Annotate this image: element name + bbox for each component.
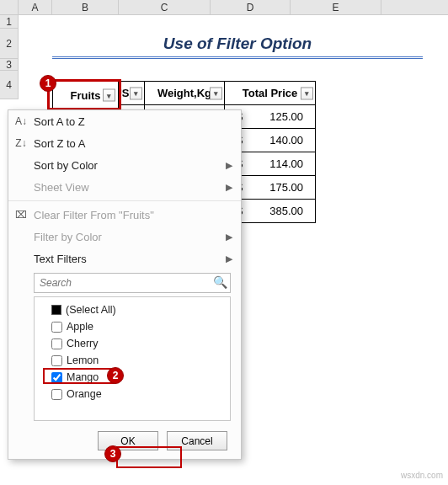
search-icon: 🔍 <box>213 275 227 289</box>
checkbox-mixed-icon <box>51 305 61 315</box>
col-B[interactable]: B <box>52 0 119 14</box>
sort-za-icon: Z↓ <box>13 137 29 149</box>
chevron-right-icon: ▶ <box>226 182 232 193</box>
cancel-button[interactable]: Cancel <box>167 431 227 450</box>
col-E[interactable]: E <box>291 0 381 14</box>
col-C[interactable]: C <box>119 0 211 14</box>
menu-sort-by-color[interactable]: Sort by Color▶ <box>8 154 241 176</box>
callout-badge-3: 3 <box>104 445 121 462</box>
row-2[interactable]: 2 <box>0 29 18 59</box>
filter-dropdown-icon[interactable]: ▾ <box>130 87 142 99</box>
filter-item-mango[interactable]: Mango <box>40 369 225 386</box>
filter-checklist: (Select All) Apple Cherry Lemon Mango Or… <box>34 296 231 421</box>
checkbox[interactable] <box>51 389 62 400</box>
menu-sheet-view: Sheet View▶ <box>8 176 241 198</box>
menu-filter-by-color: Filter by Color▶ <box>8 226 241 248</box>
filter-item-apple[interactable]: Apple <box>40 318 225 335</box>
filter-search-input[interactable] <box>34 273 231 293</box>
col-A[interactable]: A <box>19 0 52 14</box>
header-fruits[interactable]: Fruits ▾ <box>52 81 119 109</box>
header-fruits-label: Fruits <box>70 89 100 102</box>
row-1[interactable]: 1 <box>0 15 18 29</box>
select-all-corner[interactable] <box>0 0 19 14</box>
checkbox[interactable] <box>51 322 62 333</box>
filter-item-cherry[interactable]: Cherry <box>40 335 225 352</box>
dialog-buttons: OK Cancel <box>8 424 241 450</box>
filter-item-orange[interactable]: Orange <box>40 386 225 402</box>
row-3[interactable]: 3 <box>0 59 18 71</box>
menu-text-filters[interactable]: Text Filters▶ <box>8 248 241 269</box>
filter-search: 🔍 <box>34 273 231 293</box>
autofilter-menu: A↓Sort A to Z Z↓Sort Z to A Sort by Colo… <box>8 109 242 460</box>
column-headers: A B C D E <box>0 0 448 15</box>
row-4[interactable]: 4 <box>0 71 18 99</box>
header-total-price[interactable]: Total Price▾ <box>225 82 316 105</box>
filter-item-select-all[interactable]: (Select All) <box>40 301 225 318</box>
filter-dropdown-icon[interactable]: ▾ <box>301 87 313 99</box>
filter-item-lemon[interactable]: Lemon <box>40 352 225 369</box>
chevron-right-icon: ▶ <box>226 232 232 242</box>
menu-separator <box>8 200 241 201</box>
clear-filter-icon: ⌧ <box>13 209 29 221</box>
checkbox[interactable] <box>51 372 62 383</box>
checkbox[interactable] <box>51 338 62 349</box>
filter-dropdown-icon[interactable]: ▾ <box>210 87 222 99</box>
chevron-right-icon: ▶ <box>226 160 232 171</box>
checkbox[interactable] <box>51 355 62 366</box>
menu-clear-filter: ⌧Clear Filter From "Fruits" <box>8 204 241 226</box>
page-title: Use of Filter Option <box>52 30 423 59</box>
spreadsheet-grid: A B C D E 1 2 3 4 <box>0 0 448 15</box>
menu-sort-az[interactable]: A↓Sort A to Z <box>8 110 241 132</box>
menu-sort-za[interactable]: Z↓Sort Z to A <box>8 132 241 154</box>
sort-az-icon: A↓ <box>13 115 29 127</box>
row-headers: 1 2 3 4 <box>0 15 19 99</box>
watermark: wsxdn.com <box>401 471 443 480</box>
chevron-right-icon: ▶ <box>226 253 232 264</box>
callout-badge-2: 2 <box>107 367 124 384</box>
filter-dropdown-icon[interactable]: ▾ <box>103 89 115 102</box>
callout-badge-1: 1 <box>40 75 56 92</box>
header-weight[interactable]: Weight,Kg▾ <box>145 82 225 105</box>
col-D[interactable]: D <box>211 0 291 14</box>
